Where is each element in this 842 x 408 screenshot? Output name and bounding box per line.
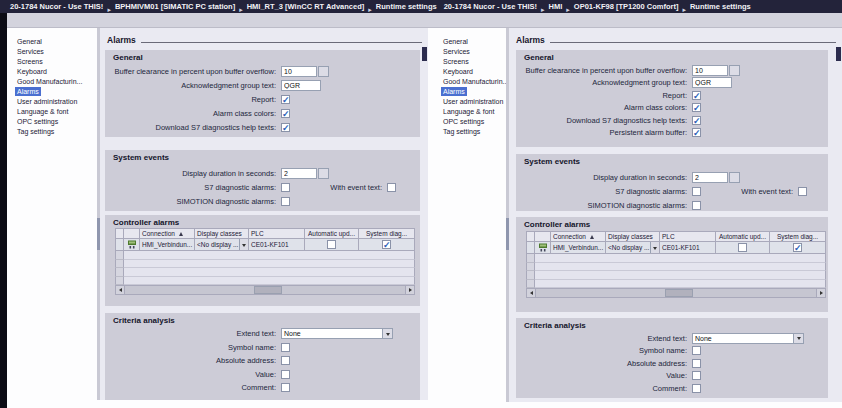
breadcrumb-item[interactable]: Runtime settings <box>376 2 437 11</box>
sidebar-item-screens[interactable]: Screens <box>12 57 96 67</box>
spin-up-icon[interactable] <box>322 67 326 71</box>
breadcrumb-item[interactable]: 20-1784 Nucor - Use THIS! <box>444 2 537 11</box>
download-s7-help-texts-checkbox[interactable] <box>281 123 290 132</box>
table-row[interactable]: HMI_Verbindun... <No display ... CE01-KF… <box>115 239 415 251</box>
column-header-automatic-update[interactable]: Automatic upd... <box>305 228 359 239</box>
sidebar-item-alarms[interactable]: Alarms <box>12 87 96 97</box>
sidebar-item-good-manufacturing[interactable]: Good Manufacturin... <box>12 77 96 87</box>
display-duration-input[interactable] <box>692 172 728 183</box>
sidebar-item-keyboard[interactable]: Keyboard <box>12 67 96 77</box>
spinner-control[interactable] <box>729 65 740 76</box>
s7-diagnostic-alarms-checkbox[interactable] <box>281 183 290 192</box>
spin-up-icon[interactable] <box>733 66 737 70</box>
scroll-right-icon[interactable] <box>405 285 415 295</box>
sidebar-item-opc-settings[interactable]: OPC settings <box>12 117 96 127</box>
column-header-plc[interactable]: PLC <box>249 228 305 239</box>
ack-group-text-input[interactable] <box>692 77 732 88</box>
value-checkbox[interactable] <box>281 370 290 379</box>
absolute-address-checkbox[interactable] <box>281 356 290 365</box>
sidebar-item-language-font[interactable]: Language & font <box>12 107 96 117</box>
extend-text-dropdown[interactable]: None <box>281 328 393 339</box>
connection-cell[interactable]: HMI_Verbindun... <box>140 239 195 251</box>
automatic-update-checkbox[interactable] <box>327 240 336 249</box>
scrollbar-thumb[interactable] <box>254 286 282 294</box>
ack-group-text-input[interactable] <box>281 80 321 91</box>
comment-checkbox[interactable] <box>281 383 290 392</box>
controller-alarms-table: Connection Display classes PLC Automatic… <box>526 231 826 298</box>
simotion-diagnostic-alarms-checkbox[interactable] <box>281 197 290 206</box>
alarm-class-colors-checkbox[interactable] <box>692 103 701 112</box>
simotion-diagnostic-alarms-checkbox[interactable] <box>692 201 701 210</box>
scrollbar-track[interactable] <box>536 288 816 298</box>
display-classes-cell[interactable]: <No display ... <box>606 242 660 254</box>
display-classes-cell[interactable]: <No display ... <box>195 239 249 251</box>
breadcrumb-item[interactable]: OP01-KF98 [TP1200 Comfort] <box>574 2 679 11</box>
breadcrumb-item[interactable]: Runtime settings <box>690 2 751 11</box>
spin-up-icon[interactable] <box>733 173 737 177</box>
breadcrumb-item[interactable]: HMI_RT_3 [WinCC RT Advanced] <box>247 2 365 11</box>
spinner-control[interactable] <box>729 172 740 183</box>
scroll-left-icon[interactable] <box>526 288 536 298</box>
s7-diagnostic-alarms-checkbox[interactable] <box>692 187 701 196</box>
breadcrumb-item[interactable]: 20-1784 Nucor - Use THIS! <box>10 2 103 11</box>
column-header-display-classes[interactable]: Display classes <box>195 228 249 239</box>
scrollbar-thumb[interactable] <box>665 289 693 297</box>
column-header-display-classes[interactable]: Display classes <box>606 231 660 242</box>
absolute-address-checkbox[interactable] <box>692 359 701 368</box>
vertical-scrollbar-thumb[interactable] <box>836 47 841 61</box>
plc-cell[interactable]: CE01-KF101 <box>660 242 716 254</box>
system-diagnostics-checkbox[interactable] <box>382 240 391 249</box>
buffer-clearance-input[interactable] <box>281 66 317 77</box>
scrollbar-track[interactable] <box>125 285 405 295</box>
scroll-right-icon[interactable] <box>816 288 826 298</box>
report-checkbox[interactable] <box>692 91 701 100</box>
horizontal-scrollbar[interactable] <box>526 288 826 298</box>
column-header-connection[interactable]: Connection <box>140 228 195 239</box>
breadcrumb-item[interactable]: HMI <box>549 2 563 11</box>
dropdown-button[interactable] <box>650 242 659 253</box>
connection-cell[interactable]: HMI_Verbindun... <box>551 242 606 254</box>
alarm-class-colors-checkbox[interactable] <box>281 109 290 118</box>
symbol-name-checkbox[interactable] <box>281 343 290 352</box>
spin-up-icon[interactable] <box>322 169 326 173</box>
persistent-alarm-buffer-checkbox[interactable] <box>692 128 701 137</box>
scroll-left-icon[interactable] <box>115 285 125 295</box>
sidebar-item-general[interactable]: General <box>12 37 96 47</box>
with-event-text-checkbox[interactable] <box>387 183 396 192</box>
spin-down-icon[interactable] <box>733 71 737 75</box>
dropdown-button[interactable] <box>239 239 248 250</box>
plc-cell[interactable]: CE01-KF101 <box>249 239 305 251</box>
comment-checkbox[interactable] <box>692 384 701 393</box>
system-diagnostics-checkbox[interactable] <box>793 243 802 252</box>
sidebar-item-tag-settings[interactable]: Tag settings <box>12 127 96 137</box>
sidebar-item-user-administration[interactable]: User administration <box>12 97 96 107</box>
with-event-text-checkbox[interactable] <box>798 187 807 196</box>
column-header-plc[interactable]: PLC <box>660 231 716 242</box>
dropdown-button[interactable] <box>793 334 803 343</box>
spin-down-icon[interactable] <box>322 72 326 76</box>
column-header-automatic-update[interactable]: Automatic upd... <box>716 231 770 242</box>
buffer-clearance-input[interactable] <box>692 65 728 76</box>
automatic-update-checkbox[interactable] <box>738 243 747 252</box>
spinner-control[interactable] <box>318 168 329 179</box>
column-header-connection[interactable]: Connection <box>551 231 606 242</box>
table-row[interactable]: HMI_Verbindun... <No display ... CE01-KF… <box>526 242 826 254</box>
column-header-system-diagnostics[interactable]: System diag... <box>770 231 826 242</box>
breadcrumb-item[interactable]: BPHMIVM01 [SIMATIC PC station] <box>115 2 235 11</box>
value-checkbox[interactable] <box>692 371 701 380</box>
report-checkbox[interactable] <box>281 95 290 104</box>
column-header-system-diagnostics[interactable]: System diag... <box>359 228 415 239</box>
spin-down-icon[interactable] <box>733 178 737 182</box>
extend-text-dropdown[interactable]: None <box>692 333 804 344</box>
download-s7-help-texts-checkbox[interactable] <box>692 116 701 125</box>
horizontal-scrollbar[interactable] <box>115 285 415 295</box>
sidebar-item-services[interactable]: Services <box>12 47 96 57</box>
spin-down-icon[interactable] <box>322 174 326 178</box>
vertical-scrollbar-thumb[interactable] <box>422 47 427 61</box>
row-header-cell[interactable] <box>115 239 124 251</box>
spinner-control[interactable] <box>318 66 329 77</box>
row-header-cell[interactable] <box>526 242 535 254</box>
display-duration-input[interactable] <box>281 168 317 179</box>
dropdown-button[interactable] <box>382 329 392 338</box>
symbol-name-checkbox[interactable] <box>692 346 701 355</box>
